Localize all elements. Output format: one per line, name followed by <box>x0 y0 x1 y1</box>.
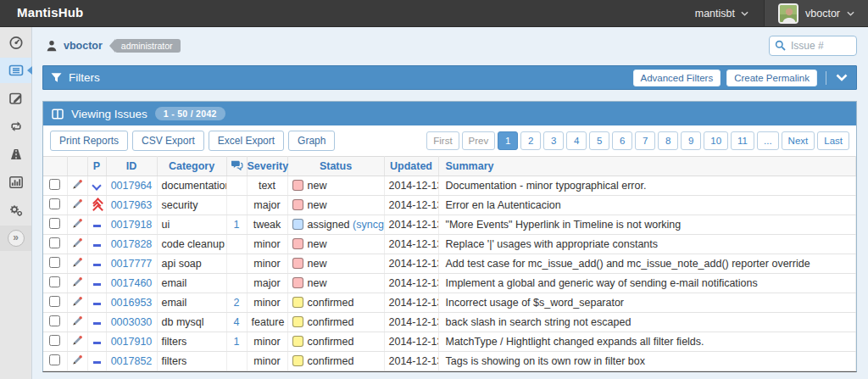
issue-id-link[interactable]: 0017828 <box>111 238 153 250</box>
page-7[interactable]: 7 <box>635 131 655 150</box>
edit-pencil-icon[interactable] <box>72 198 83 209</box>
header-summary[interactable]: Summary <box>438 157 856 176</box>
header-category[interactable]: Category <box>157 157 226 176</box>
category-cell: documentation <box>157 176 226 196</box>
row-checkbox[interactable] <box>49 237 60 248</box>
status-swatch <box>292 297 303 308</box>
header-priority[interactable]: P <box>87 157 106 176</box>
edit-pencil-icon[interactable] <box>72 257 83 268</box>
create-permalink-button[interactable]: Create Permalink <box>726 70 817 86</box>
note-count-link[interactable]: 1 <box>234 336 240 348</box>
row-checkbox[interactable] <box>49 276 60 287</box>
page-5[interactable]: 5 <box>589 131 609 150</box>
page-next[interactable]: Next <box>782 131 815 150</box>
header-status[interactable]: Status <box>287 157 384 176</box>
edit-pencil-icon[interactable] <box>72 315 83 326</box>
row-checkbox[interactable] <box>49 296 60 307</box>
issue-id-link[interactable]: 0017963 <box>111 199 153 211</box>
status-swatch <box>292 336 303 347</box>
note-count-link[interactable]: 1 <box>234 219 240 231</box>
issue-id-link[interactable]: 0017918 <box>111 219 153 231</box>
summary-chart-icon <box>8 175 24 190</box>
page-11[interactable]: 11 <box>731 131 754 150</box>
user-dropdown[interactable]: vboctor <box>764 0 868 26</box>
filters-expand-chevron-icon[interactable] <box>835 73 849 82</box>
sidebar-collapse-button[interactable]: » <box>0 226 31 251</box>
table-row: 0017460 email major new 2014-12-13 Imple… <box>43 274 856 293</box>
advanced-filters-button[interactable]: Advanced Filters <box>633 70 721 86</box>
sidebar-item-report-issue[interactable] <box>0 86 31 111</box>
issue-id-link[interactable]: 0003030 <box>111 316 153 328</box>
issue-count-badge: 1 - 50 / 2042 <box>155 107 225 120</box>
updated-cell: 2014-12-13 <box>384 332 438 352</box>
sidebar-item-changelog[interactable] <box>0 114 31 139</box>
edit-pencil-icon[interactable] <box>72 179 83 190</box>
issue-id-link[interactable]: 0017910 <box>111 336 153 348</box>
csv-export-button[interactable]: CSV Export <box>132 131 204 151</box>
header-updated[interactable]: Updated <box>384 157 438 176</box>
row-checkbox[interactable] <box>49 315 60 326</box>
issue-id-link[interactable]: 0017777 <box>111 258 153 270</box>
status-label: new <box>308 180 327 192</box>
page-3[interactable]: 3 <box>543 131 564 150</box>
excel-export-button[interactable]: Excel Export <box>209 131 284 151</box>
summary-cell: back slash in search string not escaped <box>438 313 856 332</box>
row-checkbox[interactable] <box>49 179 60 190</box>
graph-button[interactable]: Graph <box>288 131 335 151</box>
issue-id-link[interactable]: 0017460 <box>111 277 153 289</box>
summary-cell: Incorrect usage of $s_word_separator <box>438 293 856 313</box>
edit-pencil-icon[interactable] <box>72 218 83 229</box>
sidebar-item-view-issues[interactable] <box>0 58 31 83</box>
row-checkbox[interactable] <box>49 354 60 365</box>
status-swatch <box>292 355 303 366</box>
print-reports-button[interactable]: Print Reports <box>50 131 128 151</box>
severity-cell: text <box>247 176 287 196</box>
edit-pencil-icon[interactable] <box>72 354 83 365</box>
project-dropdown[interactable]: mantisbt <box>680 0 764 26</box>
page-2[interactable]: 2 <box>520 131 541 150</box>
priority-icon <box>93 342 101 344</box>
status-label: new <box>308 277 327 289</box>
updated-cell: 2014-12-13 <box>384 196 438 215</box>
sidebar-item-dashboard[interactable] <box>0 30 31 55</box>
project-dropdown-label: mantisbt <box>695 8 735 20</box>
note-count-link[interactable]: 4 <box>234 316 240 328</box>
header-notes[interactable] <box>226 157 247 176</box>
priority-icon <box>93 322 101 325</box>
page-1[interactable]: 1 <box>498 131 518 150</box>
header-id[interactable]: ID <box>106 157 157 176</box>
issues-toolbar: Print Reports CSV Export Excel Export Gr… <box>43 125 856 156</box>
assignee-link[interactable]: (syncguru) <box>353 219 384 231</box>
status-swatch <box>292 219 303 230</box>
issue-id-link[interactable]: 0017852 <box>111 355 153 367</box>
summary-cell: Documentation - minor typographical erro… <box>438 176 856 196</box>
edit-pencil-icon[interactable] <box>72 276 83 287</box>
page-6[interactable]: 6 <box>612 131 632 150</box>
edit-pencil-icon[interactable] <box>72 335 83 346</box>
sidebar-item-manage[interactable] <box>0 198 31 223</box>
note-count-link[interactable]: 2 <box>234 297 240 309</box>
header-severity[interactable]: Severity <box>247 157 287 176</box>
page-4[interactable]: 4 <box>566 131 587 150</box>
page-10[interactable]: 10 <box>704 131 728 150</box>
edit-pencil-icon[interactable] <box>72 296 83 307</box>
filter-funnel-icon <box>51 72 62 83</box>
row-checkbox[interactable] <box>49 257 60 268</box>
row-checkbox[interactable] <box>49 335 60 346</box>
page-last[interactable]: Last <box>817 131 849 150</box>
category-cell: email <box>157 274 226 293</box>
sidebar-item-summary[interactable] <box>0 170 31 195</box>
severity-cell: tweak <box>247 215 287 235</box>
issue-id-link[interactable]: 0017964 <box>111 180 153 192</box>
row-checkbox[interactable] <box>49 198 60 209</box>
current-username-link[interactable]: vboctor <box>64 40 103 52</box>
row-checkbox[interactable] <box>49 218 60 229</box>
edit-pencil-icon[interactable] <box>72 237 83 248</box>
page-9[interactable]: 9 <box>681 131 701 150</box>
issue-id-link[interactable]: 0016953 <box>111 297 153 309</box>
summary-cell: Error en la Autenticacion <box>438 196 856 215</box>
status-swatch <box>292 258 303 269</box>
sidebar-item-roadmap[interactable] <box>0 142 31 167</box>
pagination: First Prev 1 2 3 4 5 6 7 8 9 10 11 ... N… <box>426 131 849 150</box>
page-8[interactable]: 8 <box>658 131 678 150</box>
